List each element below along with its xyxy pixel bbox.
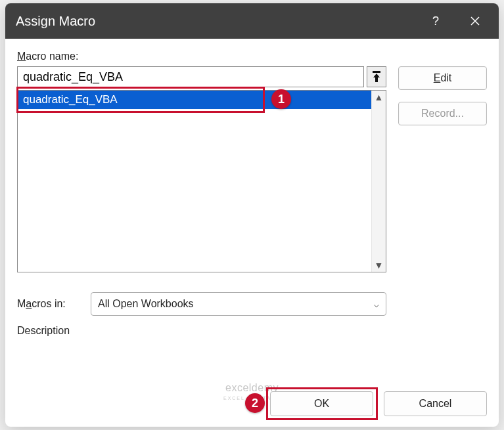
help-button[interactable]: ? — [416, 3, 455, 39]
titlebar: Assign Macro ? — [5, 3, 499, 39]
edit-button[interactable]: Edit — [398, 66, 487, 90]
scroll-down-icon: ▼ — [375, 259, 384, 272]
scroll-up-icon: ▲ — [375, 91, 384, 104]
scrollbar[interactable]: ▲ ▼ — [371, 91, 386, 272]
dialog-title: Assign Macro — [16, 14, 416, 29]
record-button[interactable]: Record... — [398, 102, 487, 125]
select-macro-button[interactable] — [367, 66, 386, 87]
callout-badge-2: 2 — [245, 393, 265, 413]
combo-value: All Open Workbooks — [98, 298, 194, 310]
macros-in-combo[interactable]: All Open Workbooks ⌵ — [91, 292, 386, 316]
macro-name-label: Macro name: — [17, 51, 487, 62]
callout-box-1 — [16, 87, 265, 113]
assign-macro-dialog: Assign Macro ? Macro name: — [5, 3, 499, 427]
macro-name-input[interactable] — [17, 66, 364, 87]
close-button[interactable] — [455, 3, 495, 39]
callout-box-2 — [266, 387, 378, 420]
description-label: Description — [17, 325, 487, 337]
macros-in-label: Macros in: — [17, 298, 81, 310]
chevron-down-icon: ⌵ — [374, 299, 379, 309]
up-arrow-icon — [371, 71, 382, 83]
callout-badge-1: 1 — [271, 89, 291, 109]
macro-listbox[interactable]: quadratic_Eq_VBA ▲ ▼ 1 — [17, 90, 386, 272]
svg-rect-0 — [373, 71, 380, 73]
close-icon — [470, 16, 480, 26]
cancel-button[interactable]: Cancel — [384, 391, 487, 416]
